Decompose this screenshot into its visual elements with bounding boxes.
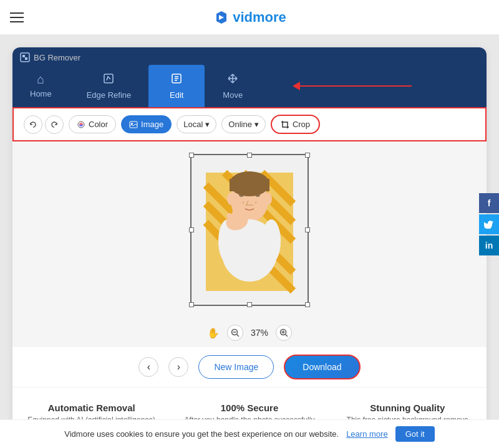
crop-button[interactable]: Crop: [271, 115, 320, 134]
twitter-icon: [484, 220, 494, 229]
zoom-controls: ✋ 37%: [12, 318, 487, 347]
svg-line-42: [236, 335, 239, 337]
image-icon: [129, 120, 138, 129]
redo-button[interactable]: [45, 115, 64, 134]
logo: vidmore: [213, 9, 286, 26]
new-image-button[interactable]: New Image: [198, 355, 274, 379]
bg-remover-label: BG Remover: [20, 52, 80, 62]
cookie-bar: Vidmore uses cookies to ensure you get t…: [0, 419, 499, 448]
feature-secure-title: 100% Secure: [180, 403, 318, 413]
local-dropdown[interactable]: Local ▾: [177, 115, 216, 133]
local-chevron-icon: ▾: [205, 120, 210, 129]
svg-line-46: [286, 335, 288, 337]
person-image: [190, 154, 309, 303]
svg-rect-29: [238, 211, 243, 224]
local-label: Local: [183, 120, 203, 129]
main-content: BG Remover ⌂ Home Edge Refine: [0, 35, 499, 446]
svg-point-34: [227, 193, 235, 205]
zoom-level: 37%: [251, 328, 268, 338]
edit-tab-icon: [170, 72, 183, 88]
move-tab-label: Move: [223, 90, 243, 100]
social-sidebar: f in: [479, 193, 499, 255]
tab-edge-refine[interactable]: Edge Refine: [69, 65, 149, 107]
top-nav: vidmore: [0, 0, 499, 35]
bg-remover-icon: [20, 52, 30, 62]
twitter-share-button[interactable]: [479, 214, 499, 234]
prev-icon: ‹: [147, 361, 150, 373]
action-bar: ‹ › New Image Download: [12, 347, 487, 387]
svg-point-39: [252, 204, 253, 206]
edit-tab-label: Edit: [170, 90, 183, 100]
image-button[interactable]: Image: [121, 115, 172, 133]
svg-point-25: [262, 219, 281, 263]
zoom-in-button[interactable]: [276, 325, 292, 341]
hamburger-menu[interactable]: [10, 12, 24, 22]
color-button[interactable]: Color: [69, 115, 116, 133]
svg-point-38: [246, 204, 247, 206]
image-label: Image: [141, 120, 163, 129]
tab-home[interactable]: ⌂ Home: [12, 65, 69, 107]
svg-point-36: [243, 202, 245, 204]
svg-rect-2: [25, 57, 27, 60]
zoom-out-button[interactable]: [227, 325, 243, 341]
download-button[interactable]: Download: [284, 355, 360, 379]
prev-button[interactable]: ‹: [138, 357, 158, 377]
svg-point-35: [264, 193, 272, 205]
logo-icon: [213, 9, 230, 26]
online-label: Online: [228, 120, 252, 129]
svg-rect-3: [104, 74, 113, 83]
tab-move[interactable]: Move: [205, 65, 261, 107]
undo-icon: [29, 120, 37, 129]
zoom-in-icon: [279, 328, 288, 337]
hand-tool-icon[interactable]: ✋: [207, 327, 220, 339]
canvas-area: [12, 141, 487, 318]
home-tab-icon: ⌂: [37, 72, 44, 87]
edit-square-icon: [102, 72, 115, 85]
edit-icon: [170, 72, 183, 85]
svg-point-37: [255, 202, 257, 204]
feature-automatic-title: Automatic Removal: [22, 403, 160, 413]
next-button[interactable]: ›: [168, 357, 188, 377]
logo-text: vidmore: [233, 9, 286, 26]
edit-toolbar: Color Image Local ▾ Online ▾: [12, 107, 487, 141]
image-container[interactable]: [190, 154, 309, 306]
move-tab-icon: [226, 72, 239, 88]
cookie-message: Vidmore uses cookies to ensure you get t…: [64, 429, 339, 439]
feature-quality-title: Stunning Quality: [339, 403, 477, 413]
app-tabs: ⌂ Home Edge Refine: [12, 65, 487, 107]
crop-icon: [281, 120, 289, 129]
undo-button[interactable]: [24, 115, 42, 134]
home-tab-label: Home: [30, 89, 52, 98]
online-chevron-icon: ▾: [254, 120, 259, 129]
zoom-out-icon: [231, 328, 240, 337]
edge-refine-tab-label: Edge Refine: [87, 90, 132, 100]
online-dropdown[interactable]: Online ▾: [221, 115, 266, 133]
next-icon: ›: [177, 361, 180, 373]
learn-more-link[interactable]: Learn more: [346, 429, 387, 439]
move-arrows-icon: [226, 72, 239, 85]
facebook-share-button[interactable]: f: [479, 193, 499, 213]
arrow-indicator: [293, 82, 412, 90]
tab-edit[interactable]: Edit: [148, 65, 205, 107]
crop-label: Crop: [293, 120, 310, 129]
svg-rect-1: [22, 55, 25, 57]
redo-icon: [50, 120, 59, 129]
undo-redo-group: [24, 115, 64, 134]
edge-refine-tab-icon: [102, 72, 115, 88]
app-card: BG Remover ⌂ Home Edge Refine: [12, 47, 487, 439]
got-it-button[interactable]: Got it: [395, 426, 435, 442]
linkedin-share-button[interactable]: in: [479, 236, 499, 255]
color-icon: [77, 120, 85, 129]
svg-rect-33: [230, 179, 269, 191]
color-label: Color: [89, 120, 108, 129]
arrow-line: [299, 85, 412, 87]
svg-point-12: [131, 123, 133, 125]
app-header: BG Remover ⌂ Home Edge Refine: [12, 47, 487, 107]
